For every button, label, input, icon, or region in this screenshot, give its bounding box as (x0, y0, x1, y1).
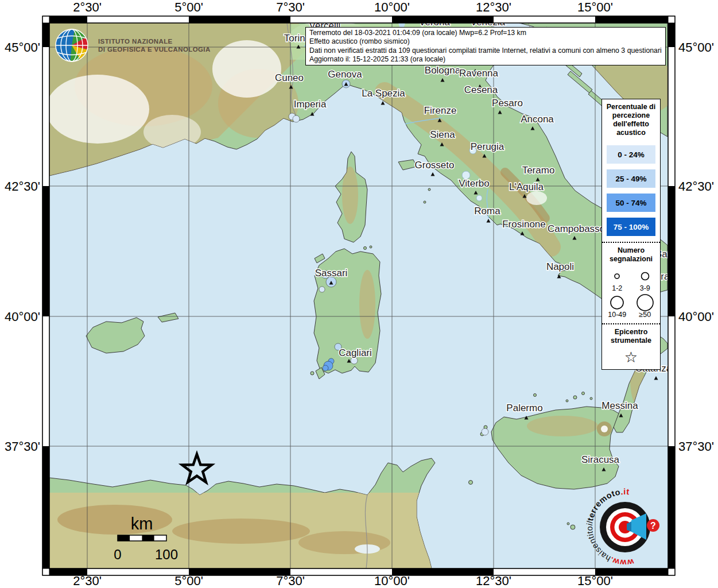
axis-label-lon: 10°00' (374, 0, 410, 14)
city-label: Messina (601, 400, 638, 411)
scale-start-label: 0 (114, 547, 121, 562)
perception-marker (293, 115, 300, 122)
axis-label-lat: 42°30' (5, 179, 40, 194)
city-label: La Spezia (362, 88, 405, 99)
city-label: L'Aquila (509, 181, 544, 192)
count-class-label: ≥50 (639, 311, 651, 319)
city-label: Perugia (471, 141, 504, 152)
count-circle (615, 274, 619, 278)
perception-marker (323, 365, 328, 371)
count-circle (637, 295, 653, 311)
city-label: Bologna (425, 65, 461, 76)
axis-label-lon: 2°30' (73, 574, 102, 588)
info-line: Aggiornato il: 15-12-2025 21:33 (ora loc… (309, 55, 662, 64)
question-mark: ? (650, 521, 656, 531)
city-label: Pesaro (492, 98, 523, 109)
ingv-globe-icon (53, 25, 94, 65)
axis-label-lon: 12°30' (476, 0, 511, 14)
city-label: Grosseto (415, 160, 455, 171)
axis-label-lon: 5°00' (174, 574, 203, 588)
city-label: Palermo (506, 403, 542, 413)
ingv-line2: DI GEOFISICA E VULCANOLOGIA (98, 45, 211, 53)
legend-count-class: 1-2 (607, 267, 627, 292)
legend-class-swatch: 50 - 74% (607, 194, 655, 212)
hsit-logo: ? www.haisentitoilterremoto.it (582, 483, 672, 578)
city-label: Sassari (315, 268, 348, 278)
count-class-label: 1-2 (612, 284, 622, 292)
city-label: Viterbo (459, 178, 490, 189)
count-class-label: 3-9 (640, 284, 650, 292)
count-circle (641, 273, 649, 280)
axis-label-lat: 40°00' (678, 310, 714, 324)
axis-label-lon: 7°30' (276, 0, 305, 14)
legend-swatches: 0 - 24%25 - 49%50 - 74%75 - 100% (602, 145, 660, 236)
axis-label-lon: 12°30' (476, 574, 511, 588)
legend-class-swatch: 0 - 24% (607, 145, 655, 164)
city-label: Napoli (546, 261, 574, 272)
city-label: Ravenna (459, 68, 499, 79)
city-label: Siracusa (581, 454, 620, 465)
info-line: Effetto acustico (rombo sismico) (309, 37, 662, 46)
city-label: Cagliari (339, 347, 372, 358)
scale-unit-label: km (131, 514, 153, 533)
map-page: VercelliTorinoVeronaVeneziaCuneoGenovaLa… (0, 0, 718, 588)
axis-label-lat: 37°30' (678, 439, 714, 454)
epicenter-star-symbol: ☆ (602, 347, 660, 366)
axis-label-lon: 7°30' (276, 574, 305, 588)
legend-count-classes: 1-23-910-49≥50 (602, 266, 660, 321)
legend-count-class: ≥50 (635, 293, 655, 319)
ingv-line1: ISTITUTO NAZIONALE (98, 37, 211, 45)
count-circle-icon (635, 267, 655, 285)
axis-label-lon: 15°00' (577, 0, 613, 14)
count-class-label: 10-49 (608, 311, 626, 319)
city-label: Firenze (424, 105, 457, 116)
info-box: Terremoto del 18-03-2021 01:04:09 (ora l… (305, 27, 666, 65)
count-circle (611, 296, 623, 309)
hsit-logo-graphic: ? www.haisentitoilterremoto.it (582, 483, 672, 575)
scale-end-label: 100 (155, 547, 178, 562)
legend-counts-title: Numero segnalazioni (602, 243, 660, 266)
axis-label-lon: 2°30' (73, 0, 102, 14)
count-circle-icon (635, 293, 655, 312)
perception-marker (319, 287, 325, 292)
city-label: Siena (430, 129, 455, 140)
axis-label-lat: 37°30' (5, 439, 40, 454)
city-label: Genova (328, 69, 362, 80)
city-label: Ancona (521, 114, 554, 125)
legend-class-swatch: 75 - 100% (607, 218, 655, 236)
city-label: Cuneo (275, 72, 304, 83)
info-line: Dati non verificati estratti da 109 ques… (309, 47, 662, 55)
axis-label-lat: 45°00' (5, 40, 40, 55)
axis-label-lon: 10°00' (374, 574, 410, 588)
legend-title: Percentuale di percezione dell'effetto a… (602, 99, 660, 140)
city-label: Imperia (294, 99, 327, 110)
perception-marker (482, 428, 488, 435)
info-line: Terremoto del 18-03-2021 01:04:09 (ora l… (309, 29, 662, 37)
city-label: Campobasso (548, 223, 605, 234)
axis-label-lat: 42°30' (678, 179, 714, 194)
legend-epicenter-title: Epicentro strumentale (602, 324, 660, 347)
ingv-logo-text: ISTITUTO NAZIONALE DI GEOFISICA E VULCAN… (98, 37, 211, 53)
city-label: Frosinone (502, 219, 546, 230)
axis-label-lat: 40°00' (5, 310, 40, 324)
legend-count-class: 10-49 (607, 293, 627, 319)
count-circle-icon (607, 267, 627, 285)
legend-count-class: 3-9 (635, 267, 655, 292)
count-circle-icon (607, 293, 627, 312)
city-label: Cesena (464, 84, 498, 95)
axis-label-lat: 45°00' (678, 40, 714, 55)
city-label: Teramo (522, 165, 555, 176)
city-label: Roma (474, 206, 500, 216)
legend-class-swatch: 25 - 49% (607, 169, 655, 188)
legend: Percentuale di percezione dell'effetto a… (601, 99, 661, 370)
axis-label-lon: 5°00' (174, 0, 203, 14)
ingv-logo: ISTITUTO NAZIONALE DI GEOFISICA E VULCAN… (53, 25, 211, 65)
